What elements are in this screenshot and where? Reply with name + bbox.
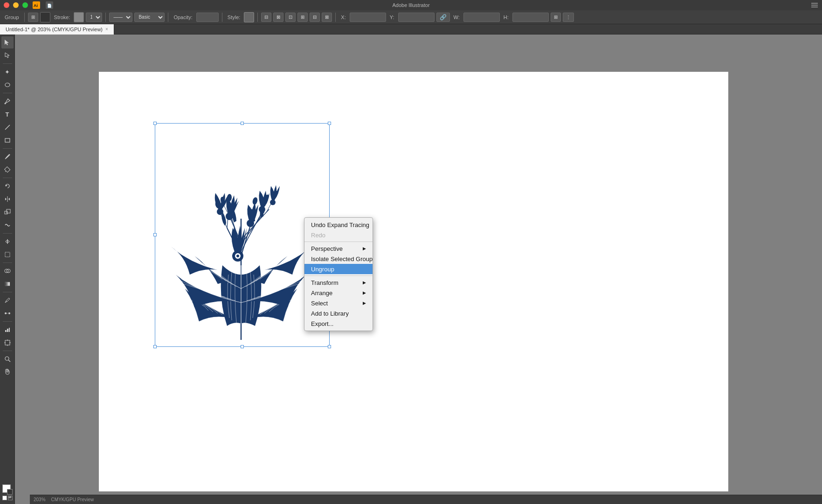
flower-artwork [157,125,325,345]
align-top-btn[interactable]: ⊞ [297,13,308,22]
transform-icon: ⊞ [31,14,35,20]
more-options-btn[interactable]: ⋮ [563,13,574,22]
ctx-ungroup[interactable]: Ungroup [304,264,373,274]
select-label: Select [311,300,328,307]
minimize-button[interactable] [13,2,19,8]
svg-rect-32 [7,329,8,332]
ctx-transform[interactable]: Transform ▶ [304,277,373,288]
warp-btn[interactable] [1,219,14,231]
x-label: X: [339,14,347,20]
main-area: ✦ T [0,35,822,504]
svg-rect-5 [811,5,818,6]
svg-rect-4 [811,3,818,4]
divider6 [335,13,336,22]
tabbar: Untitled-1* @ 203% (CMYK/GPU Preview) × [0,24,822,35]
redo-label: Redo [311,232,325,239]
main-toolbar: Group ⊞ Stroke: 1 —— Basic Opacity: 100%… [0,10,822,24]
svg-point-29 [8,312,10,314]
undo-expand-tracing-label: Undo Expand Tracing [311,221,369,228]
tool-sep9 [3,351,12,351]
x-input[interactable]: 234.306 px [350,13,386,22]
shape-builder-btn[interactable] [1,265,14,277]
align-right-btn[interactable]: ⊡ [285,13,296,22]
blend-btn[interactable] [1,307,14,319]
tool-sep7 [3,292,12,292]
align-bottom-btn[interactable]: ⊠ [322,13,332,22]
svg-rect-26 [5,282,10,286]
perspective-label: Perspective [311,245,343,252]
svg-rect-12 [5,138,10,142]
svg-line-11 [5,125,10,130]
maximize-button[interactable] [22,2,28,8]
add-to-library-label: Add to Library [311,310,349,317]
hand-btn[interactable] [1,366,14,378]
svg-point-56 [236,255,239,257]
eyedropper-btn[interactable] [1,294,14,306]
paintbrush-btn[interactable] [1,151,14,163]
style-color-swatch[interactable] [244,12,254,22]
tool-sep6 [3,262,12,263]
rect-tool-btn[interactable] [1,134,14,146]
tool-sep3 [3,148,12,149]
stroke-label: Stroke: [52,14,72,20]
select-arrow: ▶ [363,301,366,305]
stroke-style[interactable]: —— [109,13,132,22]
transform-controls[interactable]: ⊞ [28,13,38,22]
tool-sep5 [3,233,12,234]
line-tool-btn[interactable] [1,121,14,133]
toolbar-toggle-icon[interactable] [811,1,818,9]
ctx-isolate-selected-group[interactable]: Isolate Selected Group [304,254,373,264]
document-tab[interactable]: Untitled-1* @ 203% (CMYK/GPU Preview) × [0,24,114,35]
ctx-undo-expand-tracing[interactable]: Undo Expand Tracing [304,220,373,230]
tab-close-btn[interactable]: × [105,27,108,32]
svg-rect-34 [5,340,10,345]
align-left-btn[interactable]: ⊟ [261,13,271,22]
width-tool-btn[interactable] [1,235,14,248]
brush-type[interactable]: Basic [134,13,165,22]
scale-btn[interactable] [1,206,14,218]
svg-line-40 [8,360,10,362]
y-input[interactable]: 270.254 px [398,13,435,22]
arrange-arrow: ▶ [363,290,366,295]
rotate-btn[interactable] [1,180,14,192]
w-label: W: [452,14,462,20]
ctx-add-to-library[interactable]: Add to Library [304,308,373,318]
selection-tool-btn[interactable] [1,36,14,48]
ctx-select[interactable]: Select ▶ [304,298,373,308]
direct-selection-tool-btn[interactable] [1,49,14,62]
pen-tool-btn[interactable] [1,95,14,107]
lasso-btn[interactable] [1,79,14,91]
default-colors-btn[interactable] [2,496,7,500]
link-proportions-btn[interactable]: 🔗 [436,13,450,22]
stroke-color[interactable] [74,12,84,22]
zoom-btn[interactable] [1,353,14,365]
type-tool-btn[interactable]: T [1,108,14,120]
ctx-arrange[interactable]: Arrange ▶ [304,288,373,298]
svg-rect-31 [5,330,7,332]
ctx-perspective[interactable]: Perspective ▶ [304,243,373,254]
magic-wand-btn[interactable]: ✦ [1,66,14,78]
group-label: Group [3,14,21,20]
align-middle-btn[interactable]: ⊟ [310,13,320,22]
svg-marker-8 [5,53,9,58]
close-button[interactable] [4,2,9,8]
h-input[interactable]: 293.868 px [512,13,549,22]
align-center-btn[interactable]: ⊠ [273,13,283,22]
constrain-proportions-btn[interactable]: ⊞ [551,13,561,22]
ctx-redo: Redo [304,230,373,240]
gradient-btn[interactable] [1,278,14,290]
stroke-swatch[interactable] [7,489,13,495]
tool-sep1 [3,63,12,64]
opacity-input[interactable]: 100% [196,13,219,22]
graph-btn[interactable] [1,324,14,336]
fill-color[interactable] [40,12,50,22]
swap-colors-btn[interactable]: ⇄ [8,496,13,500]
free-transform-btn[interactable] [1,249,14,261]
w-input[interactable]: 232.858 px [463,13,500,22]
artboard-btn[interactable] [1,337,14,349]
status-bar: 203% CMYK/GPU Preview [30,495,822,504]
reflect-btn[interactable] [1,193,14,205]
pencil-btn[interactable] [1,164,14,176]
stroke-weight[interactable]: 1 [86,13,102,22]
ctx-export[interactable]: Export... [304,318,373,329]
